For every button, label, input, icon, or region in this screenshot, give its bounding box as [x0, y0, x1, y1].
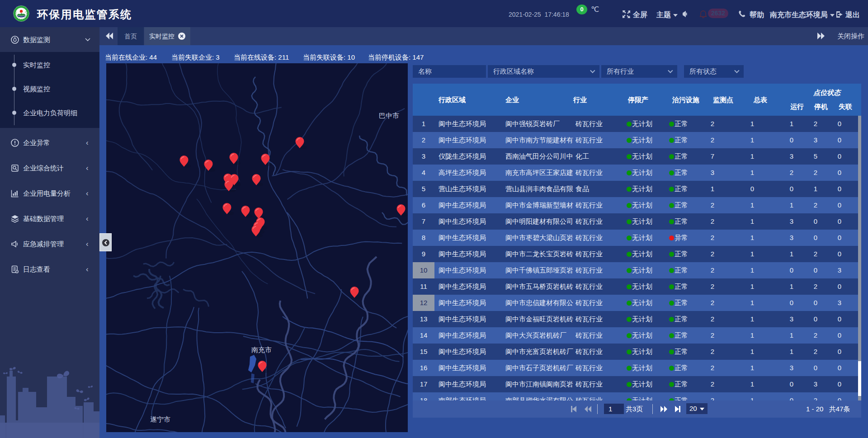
svg-text:巴中市: 巴中市	[379, 112, 399, 119]
svg-text:遂宁市: 遂宁市	[150, 415, 170, 423]
svg-text:南充市: 南充市	[251, 346, 272, 353]
